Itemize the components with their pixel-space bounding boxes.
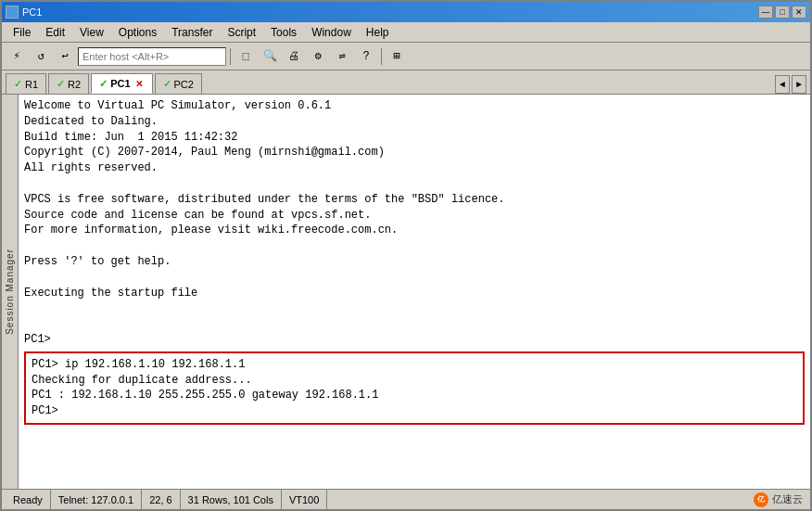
toolbar-separator-2 (381, 48, 382, 65)
toolbar-reconnect-btn[interactable]: ↺ (30, 46, 52, 67)
window-title: PC1 (22, 6, 42, 18)
title-bar-left: PC1 (6, 6, 42, 19)
tab-PC2[interactable]: ✓ PC2 (155, 73, 202, 94)
status-size: 31 Rows, 101 Cols (181, 490, 282, 509)
tab-PC2-check: ✓ (163, 78, 171, 90)
menu-script[interactable]: Script (220, 24, 263, 41)
tab-R1[interactable]: ✓ R1 (6, 73, 46, 94)
logo-text: 亿速云 (772, 492, 803, 506)
menu-transfer[interactable]: Transfer (164, 24, 220, 41)
menu-tools[interactable]: Tools (263, 24, 304, 41)
status-ready-text: Ready (13, 494, 43, 505)
tab-PC2-label: PC2 (174, 79, 194, 90)
title-controls: — □ ✕ (758, 6, 806, 19)
terminal-area: Welcome to Virtual PC Simulator, version… (19, 95, 810, 489)
tab-bar: ✓ R1 ✓ R2 ✓ PC1 ✕ ✓ PC2 ◄ ► (2, 70, 810, 95)
main-window: PC1 — □ ✕ File Edit View Options Transfe… (0, 0, 812, 511)
status-position: 22, 6 (142, 490, 180, 509)
tab-PC1[interactable]: ✓ PC1 ✕ (91, 73, 152, 94)
status-encoding: VT100 (282, 490, 327, 509)
terminal-cmd-line5: PC1> (32, 403, 797, 419)
terminal-intro: Welcome to Virtual PC Simulator, version… (24, 98, 805, 348)
status-size-text: 31 Rows, 101 Cols (188, 494, 273, 505)
window-icon (6, 6, 19, 19)
tab-R2-check: ✓ (57, 78, 65, 90)
toolbar-copy-btn[interactable]: ⬚ (235, 46, 257, 67)
terminal-scroll[interactable]: Welcome to Virtual PC Simulator, version… (19, 95, 810, 489)
toolbar-separator-1 (230, 48, 231, 65)
menu-view[interactable]: View (72, 24, 111, 41)
status-telnet-text: Telnet: 127.0.0.1 (58, 494, 133, 505)
status-logo: 亿 亿速云 (750, 492, 806, 507)
toolbar-transfer-btn[interactable]: ⇌ (331, 46, 353, 67)
tab-navigation: ◄ ► (775, 75, 806, 94)
menu-options[interactable]: Options (111, 24, 164, 41)
minimize-button[interactable]: — (758, 6, 773, 19)
terminal-cmd-line2: Checking for duplicate address... (32, 373, 797, 389)
status-ready: Ready (6, 490, 51, 509)
host-input[interactable] (78, 47, 226, 66)
tab-R2[interactable]: ✓ R2 (48, 73, 89, 94)
close-button[interactable]: ✕ (792, 6, 806, 19)
toolbar: ⚡ ↺ ↩ ⬚ 🔍 🖨 ⚙ ⇌ ? ⊞ (2, 43, 810, 70)
menu-help[interactable]: Help (359, 24, 397, 41)
menu-window[interactable]: Window (304, 24, 359, 41)
logo-icon: 亿 (754, 492, 768, 507)
status-bar: Ready Telnet: 127.0.0.1 22, 6 31 Rows, 1… (2, 489, 810, 509)
tab-R2-label: R2 (68, 79, 81, 90)
tab-next-btn[interactable]: ► (792, 75, 806, 94)
tab-PC1-label: PC1 (110, 78, 130, 89)
command-box: PC1> ip 192.168.1.10 192.168.1.1 Checkin… (24, 351, 805, 425)
maximize-button[interactable]: □ (775, 6, 790, 19)
session-sidebar: Session Manager (2, 95, 19, 489)
toolbar-new-btn[interactable]: ⚡ (6, 46, 28, 67)
terminal-cmd-line1: PC1> ip 192.168.1.10 192.168.1.1 (32, 357, 797, 373)
toolbar-print-btn[interactable]: 🖨 (283, 46, 305, 67)
main-area: Session Manager Welcome to Virtual PC Si… (2, 95, 810, 489)
terminal-cmd-line3: PC1 : 192.168.1.10 255.255.255.0 gateway… (32, 388, 797, 403)
menu-edit[interactable]: Edit (38, 24, 72, 41)
tab-PC1-close[interactable]: ✕ (133, 78, 145, 89)
toolbar-settings-btn[interactable]: ⚙ (307, 46, 329, 67)
toolbar-help-btn[interactable]: ? (355, 46, 377, 67)
menu-bar: File Edit View Options Transfer Script T… (2, 22, 810, 43)
tab-R1-check: ✓ (14, 78, 22, 90)
toolbar-find-btn[interactable]: 🔍 (259, 46, 281, 67)
toolbar-extra-btn[interactable]: ⊞ (386, 46, 408, 67)
tab-prev-btn[interactable]: ◄ (775, 75, 790, 94)
tab-PC1-check: ✓ (99, 78, 108, 90)
status-encoding-text: VT100 (289, 494, 319, 505)
title-bar: PC1 — □ ✕ (2, 2, 810, 22)
status-position-text: 22, 6 (149, 494, 171, 505)
menu-file[interactable]: File (6, 24, 38, 41)
tab-R1-label: R1 (25, 79, 38, 90)
status-telnet: Telnet: 127.0.0.1 (51, 490, 142, 509)
session-manager-label: Session Manager (5, 249, 15, 335)
toolbar-back-btn[interactable]: ↩ (54, 46, 76, 67)
